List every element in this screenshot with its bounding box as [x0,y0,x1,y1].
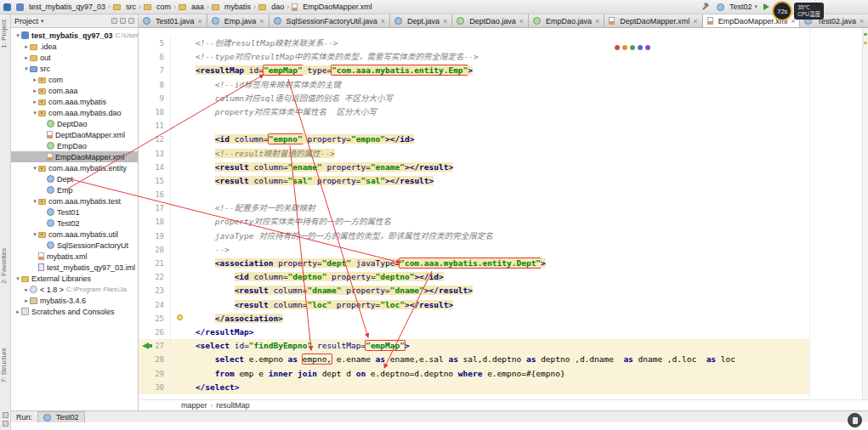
code-line-18[interactable]: 18 property对应实体类中持有的一的一方的属性名 [139,215,862,229]
run-tab-test02[interactable]: Test02 [37,411,85,422]
close-icon[interactable]: × [381,17,385,25]
tree-item-Emp[interactable]: Emp [11,184,138,195]
close-icon[interactable]: × [443,17,447,25]
nav-item[interactable]: EmpDaoMapper.xml [291,3,373,11]
tree-item-out[interactable]: ▸out [11,52,138,63]
tool-button-project[interactable]: 1: Project [0,20,11,48]
tree-item-EmpDao[interactable]: EmpDao [11,140,138,151]
code-line-23[interactable]: 23 <result column="dname" property="dnam… [139,284,862,297]
code-line-27[interactable]: 27 <select id="findByEmpno" resultMap="e… [139,339,862,353]
breadcrumb-item-mapper[interactable]: mapper [181,401,207,410]
code-line-12[interactable]: 12 <id column="empno" property="empno"><… [139,133,862,146]
code-line-24[interactable]: 24 <result column="loc" property="loc"><… [139,298,862,312]
code-line-14[interactable]: 14 <result column="ename" property="enam… [139,161,862,174]
tree-item-Scratches and Consoles[interactable]: ▸Scratches and Consoles [11,306,138,317]
chevron-icon[interactable]: ▸ [31,76,38,83]
close-icon[interactable]: × [859,17,864,25]
screen-recorder-overlay[interactable]: 72s 35℃ CPU温度 [772,1,824,21]
tree-item-DeptDaoMapper.xml[interactable]: DeptDaoMapper.xml [11,129,138,140]
tool-button-favorites[interactable]: 2: Favorites [0,248,11,284]
chevron-icon[interactable]: ▾ [31,165,38,172]
tree-item-SqlSessionFactoryUt[interactable]: SqlSessionFactoryUt [11,240,138,251]
tab-DeptDao.java[interactable]: DeptDao.java× [452,14,529,27]
code-line-13[interactable]: 13 <!--result映射普通的属性--> [139,147,862,161]
code-line-5[interactable]: 5 <!--创建resultMap映射关联关系--> [139,37,862,50]
nav-item[interactable]: mybatis [211,3,252,11]
tree-item-src[interactable]: ▾src [11,63,138,74]
code-line-7[interactable]: 7 <resultMap id="empMap" type="com.aaa.m… [139,64,862,77]
code-line-17[interactable]: 17 <!--配置多对一的关联映射 [139,201,862,215]
project-panel-header[interactable]: Project ▾ [11,14,139,28]
chevron-icon[interactable]: ▸ [23,54,30,61]
floating-button[interactable] [848,413,862,427]
tree-item-com.aaa[interactable]: ▸com.aaa [11,85,138,96]
tree-item-DeptDao[interactable]: DeptDao [11,118,138,129]
strip-icon[interactable] [3,421,9,427]
tree-item-com.aaa.mybatis[interactable]: ▸com.aaa.mybatis [11,96,138,107]
build-hammer-icon[interactable] [701,2,711,13]
chevron-icon[interactable]: ▸ [31,88,38,94]
tree-item-Test01[interactable]: Test01 [11,207,138,218]
chevron-icon[interactable]: ▾ [14,275,21,282]
settings-icon[interactable] [128,18,134,24]
tab-Test01.java[interactable]: Test01.java× [139,14,207,27]
tree-item-test_mybatis_qy97_03.iml[interactable]: test_mybatis_qy97_03.iml [11,262,138,273]
close-icon[interactable]: × [595,17,599,25]
sync-icon[interactable] [111,18,117,24]
chevron-icon[interactable]: ▾ [31,110,38,116]
tree-item-< 1.8 >[interactable]: ▸< 1.8 >C:\Program Files\Ja [11,284,138,295]
editor-code-area[interactable]: 5 <!--创建resultMap映射关联关系-->6 <!--type对应re… [139,28,868,399]
nav-item[interactable]: src [112,3,137,11]
nav-item[interactable]: aaa [178,3,205,11]
code-line-21[interactable]: 21 <association property="dept" javaType… [139,257,862,270]
tree-item-Dept[interactable]: Dept [11,173,138,184]
tree-item-Test02[interactable]: Test02 [11,218,138,229]
nav-item[interactable]: dao [258,3,285,11]
strip-icon[interactable] [3,412,9,418]
tab-Emp.java[interactable]: Emp.java× [207,14,269,27]
tree-item-test_mybatis_qy97_03[interactable]: ▾test_mybatis_qy97_03C:\Users [11,30,138,41]
tree-item-com[interactable]: ▸com [11,74,138,85]
code-line-8[interactable]: 8 <!--id标签用来映射实体类的主键 [139,78,862,92]
error-stripe[interactable] [862,28,868,399]
chevron-icon[interactable]: ▸ [14,308,21,315]
collapse-all-icon[interactable] [120,18,126,24]
tree-item-com.aaa.mybatis.dao[interactable]: ▾com.aaa.mybatis.dao [11,107,138,118]
code-line-16[interactable]: 16 [139,188,862,201]
chevron-icon[interactable]: ▾ [23,65,30,72]
close-icon[interactable]: × [519,17,524,25]
chevron-icon[interactable]: ▸ [31,99,38,105]
code-line-28[interactable]: 28 select e.empno as empno, e.ename as e… [139,353,862,366]
close-icon[interactable]: × [693,17,697,25]
chevron-icon[interactable]: ▸ [23,297,30,304]
chevron-icon[interactable]: ▾ [14,32,21,39]
tree-item-mybatis-3.4.6[interactable]: ▸mybatis-3.4.6 [11,295,138,306]
tree-item-com.aaa.mybatis.test[interactable]: ▾com.aaa.mybatis.test [11,195,138,207]
breadcrumb-item-resultMap[interactable]: resultMap [216,401,250,410]
tree-item-.idea[interactable]: ▸.idea [11,41,138,52]
intention-bulb-icon[interactable] [177,314,183,320]
chevron-icon[interactable]: ▾ [31,198,38,205]
tree-item-mybatis.xml[interactable]: mybatis.xml [11,251,138,262]
tab-Dept.java[interactable]: Dept.java× [390,14,452,27]
tab-DeptDaoMapper.xml[interactable]: DeptDaoMapper.xml× [604,14,702,27]
chevron-icon[interactable]: ▸ [23,43,30,50]
tree-item-com.aaa.mybatis.entity[interactable]: ▾com.aaa.mybatis.entity [11,162,138,173]
code-line-9[interactable]: 9 column对应sql语句返回值的别名 不区分大小写 [139,92,862,105]
run-config-selector[interactable]: Test02 ▾ [717,3,757,11]
code-line-19[interactable]: 19 javaType 对应持有的一的一方的属性的类型，即该属性对应类的完全限定… [139,229,862,243]
code-line-30[interactable]: 30 </select> [139,381,862,394]
tab-EmpDao.java[interactable]: EmpDao.java× [529,14,604,27]
code-line-10[interactable]: 10 property对应实体类中属性名 区分大小写 [139,105,862,119]
code-line-20[interactable]: 20 --> [139,243,862,257]
code-line-6[interactable]: 6 <!--type对应resultMap中的实体类的类型，需要写实体类的完全限… [139,50,862,64]
close-icon[interactable]: × [198,17,202,25]
code-line-29[interactable]: 29 from emp e inner join dept d on e.dep… [139,367,862,381]
code-line-22[interactable]: 22 <id column="deptno" property="deptno"… [139,270,862,284]
tree-item-com.aaa.mybatis.util[interactable]: ▾com.aaa.mybatis.util [11,229,138,240]
chevron-icon[interactable]: ▸ [23,286,30,293]
tool-button-structure[interactable]: 7: Structure [0,348,11,382]
nav-item[interactable]: com [143,3,172,11]
chevron-icon[interactable]: ▾ [31,231,38,238]
run-button[interactable] [763,3,769,10]
